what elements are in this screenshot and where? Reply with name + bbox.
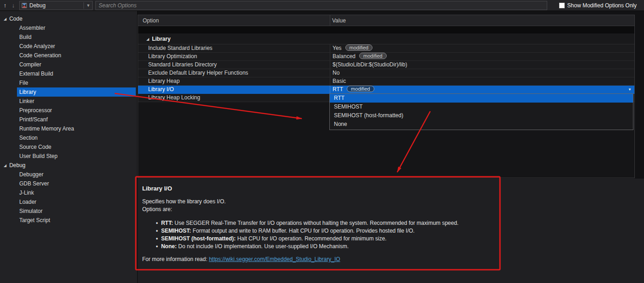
sidebar-item-section[interactable]: Section: [17, 133, 136, 142]
configuration-dropdown-label: Debug: [29, 2, 83, 9]
sidebar-item-code-generation[interactable]: Code Generation: [17, 51, 136, 60]
description-options-are: Options are:: [142, 206, 172, 212]
sidebar-item-simulator[interactable]: Simulator: [17, 207, 136, 216]
column-header-value: Value: [332, 15, 346, 26]
sidebar-item-preprocessor[interactable]: Preprocessor: [17, 106, 136, 115]
description-summary: Specifies how the library does I/O.: [142, 198, 226, 205]
tree-group-code[interactable]: ◢Code: [0, 14, 137, 23]
bullet-semihost: •SEMIHOST: Format output and write to RA…: [156, 227, 459, 235]
expanded-triangle-icon: ◢: [4, 15, 6, 24]
modified-badge: modified: [345, 44, 373, 51]
description-title: Library I/O: [142, 185, 172, 192]
sidebar-item-compiler[interactable]: Compiler: [17, 60, 136, 69]
nav-down-icon[interactable]: ↓: [9, 2, 17, 9]
sidebar-item-target-script[interactable]: Target Script: [17, 216, 136, 225]
table-row[interactable]: Include Standard Libraries Yesmodified: [138, 44, 634, 53]
sidebar-item-printf-scanf[interactable]: Printf/Scanf: [17, 115, 136, 124]
sidebar-item-loader[interactable]: Loader: [17, 197, 136, 207]
tree-group-debug[interactable]: ◢Debug: [0, 161, 137, 170]
modified-badge: modified: [359, 53, 387, 59]
options-toolbar: ↑ ↓ Debug ▼ Show Modified Options Only: [0, 0, 644, 11]
description-bullet-list: •RTT: Use SEGGER Real-Time Transfer for …: [156, 219, 459, 250]
show-modified-checkbox[interactable]: [559, 3, 565, 8]
bullet-none: •None: Do not include I/O implementation…: [156, 243, 459, 250]
sidebar-item-code-analyzer[interactable]: Code Analyzer: [17, 42, 136, 51]
sidebar-item-assembler[interactable]: Assembler: [17, 23, 136, 33]
table-row[interactable]: Exclude Default Library Helper Functions…: [138, 69, 634, 77]
option-group-library[interactable]: ◢Library: [138, 33, 634, 44]
debug-config-icon: [22, 3, 27, 8]
show-modified-label: Show Modified Options Only: [567, 2, 637, 9]
sidebar-item-library[interactable]: Library: [17, 87, 136, 97]
value-dropdown-chevron-icon[interactable]: ▼: [627, 87, 633, 93]
bullet-icon: •: [156, 243, 158, 250]
search-options-input[interactable]: [95, 1, 547, 10]
chevron-down-icon: ▼: [83, 2, 90, 9]
bullet-icon: •: [156, 235, 158, 242]
nav-up-icon[interactable]: ↑: [1, 2, 9, 9]
dropdown-option-semihost-host-formatted[interactable]: SEMIHOST (host-formatted): [330, 111, 633, 120]
sidebar-item-linker[interactable]: Linker: [17, 97, 136, 106]
column-header-option: Option: [143, 15, 159, 26]
table-row-library-io-selected[interactable]: Library I/O RTTmodified ▼: [138, 86, 634, 94]
bullet-semihost-host-formatted: •SEMIHOST (host-formatted): Halt CPU for…: [156, 235, 459, 243]
dropdown-option-rtt[interactable]: RTT: [330, 94, 633, 103]
wiki-link[interactable]: https://wiki.segger.com/Embedded_Studio_…: [209, 256, 340, 262]
option-description-panel: Library I/O Specifies how the library do…: [138, 179, 644, 283]
sidebar-item-runtime-memory-area[interactable]: Runtime Memory Area: [17, 124, 136, 133]
sidebar-item-build[interactable]: Build: [17, 33, 136, 42]
configuration-dropdown[interactable]: Debug ▼: [19, 1, 93, 10]
table-row[interactable]: Standard Libraries Directory $(StudioLib…: [138, 61, 634, 69]
bullet-rtt: •RTT: Use SEGGER Real-Time Transfer for …: [156, 219, 459, 227]
sidebar-item-debugger[interactable]: Debugger: [17, 170, 136, 179]
show-modified-toggle[interactable]: Show Modified Options Only: [559, 2, 637, 9]
sidebar-item-j-link[interactable]: J-Link: [17, 188, 136, 197]
library-io-dropdown-popup: RTT SEMIHOST SEMIHOST (host-formatted) N…: [329, 93, 633, 130]
sidebar-item-gdb-server[interactable]: GDB Server: [17, 179, 136, 188]
dropdown-option-semihost[interactable]: SEMIHOST: [330, 103, 633, 111]
modified-badge: modified: [347, 86, 374, 92]
table-gap-band: [138, 26, 634, 33]
options-category-tree: ◢Code Assembler Build Code Analyzer Code…: [0, 11, 138, 283]
bullet-icon: •: [156, 228, 158, 234]
bullet-icon: •: [156, 220, 158, 226]
sidebar-item-source-code[interactable]: Source Code: [17, 142, 136, 152]
sidebar-item-user-build-step[interactable]: User Build Step: [17, 152, 136, 161]
table-row[interactable]: Library Heap Basic: [138, 77, 634, 86]
sidebar-item-external-build[interactable]: External Build: [17, 69, 136, 78]
sidebar-item-file[interactable]: File: [17, 78, 136, 87]
column-divider: [330, 15, 330, 26]
dropdown-option-none[interactable]: None: [330, 120, 633, 129]
expanded-triangle-icon: ◢: [4, 161, 6, 170]
expanded-triangle-icon: ◢: [146, 34, 149, 45]
options-table-header: Option Value: [138, 15, 634, 26]
table-row[interactable]: Library Optimization Balancedmodified: [138, 53, 634, 61]
more-info-line: For more information read: https://wiki.…: [142, 256, 340, 262]
